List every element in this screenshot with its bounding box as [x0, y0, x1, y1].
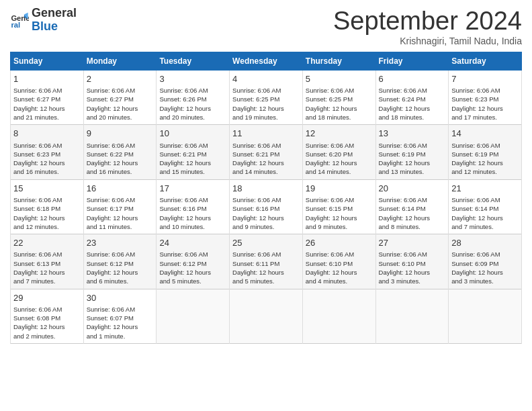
- header-row: SundayMondayTuesdayWednesdayThursdayFrid…: [11, 52, 522, 71]
- day-number: 1: [13, 73, 81, 85]
- day-info: Sunrise: 6:06 AM Sunset: 6:12 PM Dayligh…: [87, 250, 154, 285]
- calendar-cell: 27Sunrise: 6:06 AM Sunset: 6:10 PM Dayli…: [375, 234, 449, 289]
- calendar-cell: 19Sunrise: 6:06 AM Sunset: 6:15 PM Dayli…: [302, 179, 375, 234]
- day-info: Sunrise: 6:06 AM Sunset: 6:08 PM Dayligh…: [13, 305, 81, 340]
- day-info: Sunrise: 6:06 AM Sunset: 6:13 PM Dayligh…: [13, 250, 81, 285]
- calendar-cell: 1Sunrise: 6:06 AM Sunset: 6:27 PM Daylig…: [11, 71, 84, 125]
- day-info: Sunrise: 6:06 AM Sunset: 6:16 PM Dayligh…: [232, 195, 300, 231]
- title-area: September 2024 Krishnagiri, Tamil Nadu, …: [333, 7, 522, 46]
- day-info: Sunrise: 6:06 AM Sunset: 6:18 PM Dayligh…: [13, 195, 81, 231]
- day-info: Sunrise: 6:06 AM Sunset: 6:16 PM Dayligh…: [159, 195, 226, 231]
- day-info: Sunrise: 6:06 AM Sunset: 6:12 PM Dayligh…: [159, 250, 226, 285]
- calendar-cell: 25Sunrise: 6:06 AM Sunset: 6:11 PM Dayli…: [230, 234, 303, 289]
- day-info: Sunrise: 6:06 AM Sunset: 6:25 PM Dayligh…: [306, 86, 373, 122]
- day-number: 26: [306, 237, 373, 249]
- day-info: Sunrise: 6:06 AM Sunset: 6:21 PM Dayligh…: [232, 141, 300, 177]
- day-info: Sunrise: 6:06 AM Sunset: 6:21 PM Dayligh…: [159, 141, 226, 177]
- col-header-tuesday: Tuesday: [157, 52, 230, 71]
- day-info: Sunrise: 6:06 AM Sunset: 6:20 PM Dayligh…: [306, 141, 373, 177]
- calendar-cell: 14Sunrise: 6:06 AM Sunset: 6:19 PM Dayli…: [449, 125, 522, 179]
- day-info: Sunrise: 6:06 AM Sunset: 6:14 PM Dayligh…: [379, 195, 446, 231]
- day-number: 27: [379, 237, 446, 249]
- day-number: 9: [87, 128, 154, 140]
- week-row-3: 15Sunrise: 6:06 AM Sunset: 6:18 PM Dayli…: [11, 179, 522, 234]
- day-info: Sunrise: 6:06 AM Sunset: 6:19 PM Dayligh…: [451, 141, 519, 177]
- calendar-cell: 7Sunrise: 6:06 AM Sunset: 6:23 PM Daylig…: [449, 71, 522, 125]
- calendar-cell: 6Sunrise: 6:06 AM Sunset: 6:24 PM Daylig…: [375, 71, 449, 125]
- col-header-friday: Friday: [375, 52, 449, 71]
- calendar-cell: 24Sunrise: 6:06 AM Sunset: 6:12 PM Dayli…: [157, 234, 230, 289]
- day-info: Sunrise: 6:06 AM Sunset: 6:09 PM Dayligh…: [451, 250, 519, 285]
- day-number: 17: [159, 183, 226, 195]
- calendar-cell: 10Sunrise: 6:06 AM Sunset: 6:21 PM Dayli…: [157, 125, 230, 179]
- day-info: Sunrise: 6:06 AM Sunset: 6:10 PM Dayligh…: [306, 250, 373, 285]
- day-number: 20: [379, 183, 446, 195]
- calendar-cell: 29Sunrise: 6:06 AM Sunset: 6:08 PM Dayli…: [11, 289, 84, 343]
- calendar-cell: 11Sunrise: 6:06 AM Sunset: 6:21 PM Dayli…: [230, 125, 303, 179]
- col-header-thursday: Thursday: [302, 52, 375, 71]
- day-number: 28: [451, 237, 519, 249]
- col-header-saturday: Saturday: [449, 52, 522, 71]
- calendar-cell: [302, 289, 375, 343]
- calendar-cell: 12Sunrise: 6:06 AM Sunset: 6:20 PM Dayli…: [302, 125, 375, 179]
- day-info: Sunrise: 6:06 AM Sunset: 6:14 PM Dayligh…: [451, 195, 519, 231]
- day-number: 30: [87, 292, 154, 304]
- col-header-wednesday: Wednesday: [230, 52, 303, 71]
- day-info: Sunrise: 6:06 AM Sunset: 6:25 PM Dayligh…: [232, 86, 300, 122]
- col-header-monday: Monday: [83, 52, 157, 71]
- location-text: Krishnagiri, Tamil Nadu, India: [333, 36, 522, 46]
- day-number: 12: [306, 128, 373, 140]
- calendar-cell: 9Sunrise: 6:06 AM Sunset: 6:22 PM Daylig…: [83, 125, 157, 179]
- day-number: 23: [87, 237, 154, 249]
- day-info: Sunrise: 6:06 AM Sunset: 6:23 PM Dayligh…: [13, 141, 81, 177]
- calendar-cell: 13Sunrise: 6:06 AM Sunset: 6:19 PM Dayli…: [375, 125, 449, 179]
- day-info: Sunrise: 6:06 AM Sunset: 6:24 PM Dayligh…: [379, 86, 446, 122]
- day-info: Sunrise: 6:06 AM Sunset: 6:17 PM Dayligh…: [87, 195, 154, 231]
- day-number: 16: [87, 183, 154, 195]
- day-info: Sunrise: 6:06 AM Sunset: 6:19 PM Dayligh…: [379, 141, 446, 177]
- calendar-cell: 23Sunrise: 6:06 AM Sunset: 6:12 PM Dayli…: [83, 234, 157, 289]
- day-number: 14: [451, 128, 519, 140]
- page-header: Gene ral General Blue September 2024 Kri…: [10, 7, 522, 46]
- svg-text:ral: ral: [11, 21, 20, 29]
- day-number: 5: [306, 73, 373, 85]
- day-number: 2: [87, 73, 154, 85]
- calendar-cell: 26Sunrise: 6:06 AM Sunset: 6:10 PM Dayli…: [302, 234, 375, 289]
- day-number: 7: [451, 73, 519, 85]
- calendar-cell: 18Sunrise: 6:06 AM Sunset: 6:16 PM Dayli…: [230, 179, 303, 234]
- calendar-cell: 15Sunrise: 6:06 AM Sunset: 6:18 PM Dayli…: [11, 179, 84, 234]
- col-header-sunday: Sunday: [11, 52, 84, 71]
- day-number: 25: [232, 237, 300, 249]
- calendar-cell: [157, 289, 230, 343]
- calendar-cell: 16Sunrise: 6:06 AM Sunset: 6:17 PM Dayli…: [83, 179, 157, 234]
- calendar-cell: 8Sunrise: 6:06 AM Sunset: 6:23 PM Daylig…: [11, 125, 84, 179]
- day-number: 29: [13, 292, 81, 304]
- day-number: 24: [159, 237, 226, 249]
- logo-text-line1: General: [32, 7, 77, 20]
- calendar-cell: 28Sunrise: 6:06 AM Sunset: 6:09 PM Dayli…: [449, 234, 522, 289]
- day-info: Sunrise: 6:06 AM Sunset: 6:10 PM Dayligh…: [379, 250, 446, 285]
- day-info: Sunrise: 6:06 AM Sunset: 6:27 PM Dayligh…: [87, 86, 154, 122]
- calendar-cell: 17Sunrise: 6:06 AM Sunset: 6:16 PM Dayli…: [157, 179, 230, 234]
- calendar-cell: 22Sunrise: 6:06 AM Sunset: 6:13 PM Dayli…: [11, 234, 84, 289]
- month-title: September 2024: [333, 7, 522, 36]
- day-info: Sunrise: 6:06 AM Sunset: 6:23 PM Dayligh…: [451, 86, 519, 122]
- calendar-cell: [375, 289, 449, 343]
- day-number: 4: [232, 73, 300, 85]
- calendar-cell: 21Sunrise: 6:06 AM Sunset: 6:14 PM Dayli…: [449, 179, 522, 234]
- day-number: 18: [232, 183, 300, 195]
- day-number: 11: [232, 128, 300, 140]
- week-row-1: 1Sunrise: 6:06 AM Sunset: 6:27 PM Daylig…: [11, 71, 522, 125]
- day-info: Sunrise: 6:06 AM Sunset: 6:11 PM Dayligh…: [232, 250, 300, 285]
- day-info: Sunrise: 6:06 AM Sunset: 6:27 PM Dayligh…: [13, 86, 81, 122]
- calendar-cell: [230, 289, 303, 343]
- week-row-4: 22Sunrise: 6:06 AM Sunset: 6:13 PM Dayli…: [11, 234, 522, 289]
- week-row-2: 8Sunrise: 6:06 AM Sunset: 6:23 PM Daylig…: [11, 125, 522, 179]
- day-number: 6: [379, 73, 446, 85]
- day-info: Sunrise: 6:06 AM Sunset: 6:15 PM Dayligh…: [306, 195, 373, 231]
- day-number: 22: [13, 237, 81, 249]
- day-info: Sunrise: 6:06 AM Sunset: 6:22 PM Dayligh…: [87, 141, 154, 177]
- logo: Gene ral General Blue: [10, 7, 77, 34]
- calendar-cell: 20Sunrise: 6:06 AM Sunset: 6:14 PM Dayli…: [375, 179, 449, 234]
- day-number: 3: [159, 73, 226, 85]
